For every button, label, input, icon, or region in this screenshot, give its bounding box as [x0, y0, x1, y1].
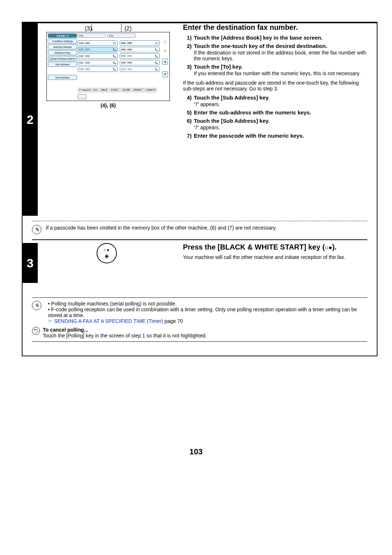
step-3-icon-column: ○● ◈ [38, 243, 176, 263]
diagram-entry: GGG GGG📞 [78, 60, 118, 65]
step-2-title: Enter the destination fax number. [183, 23, 369, 32]
substep-7: 7) Enter the passcode with the numeric k… [183, 133, 369, 139]
diagram-entry: FFF FFF📞 [120, 53, 160, 59]
cancel-polling-row: ⮌ To cancel polling... Touch the [Pollin… [32, 327, 367, 339]
cancel-body: Touch the [Polling] key in the screen of… [43, 333, 207, 339]
step-2-body: (3) (2) 5 [38, 23, 377, 139]
diagram-entry: BBB BBB📇 [120, 40, 160, 46]
substep-3-text: Touch the [To] key. [194, 64, 369, 70]
step-2-number: 2 [23, 23, 38, 216]
pencil-icon [32, 301, 41, 310]
step-3-top-separator [32, 239, 367, 240]
diagram-entries-grid: AAA AAA📇 BBB BBB📇 CCC CCC📞 DDD DDD📞 EEE … [78, 40, 160, 72]
callout-3: (3) [85, 25, 92, 32]
diagram-sort-icon [78, 94, 86, 99]
substep-5-num: 5) [183, 109, 194, 116]
diagram-tab-to: ✉ To [78, 33, 106, 38]
diagram-tab-cc: ✉ Cc [107, 33, 136, 38]
dashed-separator [32, 221, 367, 221]
step-3-title-symbol: ○● [325, 244, 332, 251]
diagram-entry: AAA AAA📇 [78, 40, 118, 46]
diagram-entry-selected: CCC CCC📞 [78, 47, 118, 52]
step-3-number: 3 [23, 243, 38, 283]
diagram-top-callouts: (3) (2) [41, 25, 176, 32]
step-3-row: 3 ○● ◈ Press the [BLACK & WHITE START] k… [23, 243, 377, 283]
diagram-alpha: ABCD [100, 88, 109, 92]
substep-4: 4) Touch the [Sub Address] key. [183, 94, 369, 101]
address-book-screenshot: 5 ▶ ■ ▶ 15 Condition Settings Address Re… [46, 32, 170, 101]
diagram-left-sidebar: 5 ▶ ■ ▶ 15 Condition Settings Address Re… [48, 33, 77, 80]
diagram-btn-address-entry: Address Entry [48, 50, 77, 55]
substep-2-text: Touch the one-touch key of the desired d… [194, 43, 369, 49]
footer-note-1: Polling multiple machines (serial pollin… [48, 301, 367, 307]
diagram-entry: III III📞 [78, 66, 118, 72]
bw-start-diamond: ◈ [105, 252, 109, 259]
pencil-icon [32, 225, 41, 234]
diagram-scroll-up: ▲ [162, 58, 168, 65]
cancel-title: To cancel polling... [43, 327, 207, 333]
diagram-topbar: 5 ▶ ■ ▶ 15 [48, 33, 77, 38]
page-number: 103 [0, 447, 392, 457]
diagram-scroll-down: ▼ [162, 71, 168, 77]
diagram-scroll: 1 2 ▲ ▼ [162, 40, 168, 77]
main-content: 2 (3) (2) [23, 23, 377, 345]
timer-link[interactable]: SENDING A FAX AT A SPECIFIED TIME (Timer… [54, 318, 163, 324]
step-2-passcode-note-row: If a passcode has been omitted in the me… [32, 225, 367, 234]
substep-4-note: "/" appears. [194, 101, 369, 107]
callout-2: (2) [124, 25, 132, 32]
link-prefix-icon: ☞ [48, 318, 53, 324]
substep-2-num: 2) [183, 43, 194, 49]
cancel-icon: ⮌ [32, 327, 40, 335]
substep-3: 3) Touch the [To] key. [183, 64, 369, 70]
diagram-alpha: OPQRST [132, 88, 144, 92]
substep-6-num: 6) [183, 118, 194, 124]
diagram-entry: JJJ JJJ📞 [120, 66, 160, 72]
diagram-alpha: EFGHI [109, 88, 120, 92]
substep-3-num: 3) [183, 64, 194, 70]
substep-7-num: 7) [183, 133, 194, 139]
step-2-instructions: Enter the destination fax number. 1) Tou… [176, 23, 372, 139]
page-frame: 2 (3) (2) [22, 22, 377, 356]
step-3-title-c: ). [332, 243, 336, 251]
diagram-tab-frequent: Frequent Use [78, 88, 99, 92]
step-3-instructions: Press the [BLACK & WHITE START] key (○●)… [176, 243, 372, 263]
bw-start-key-icon: ○● ◈ [97, 243, 117, 263]
diagram-alpha: JKLMN [121, 88, 131, 92]
diagram-entry: EEE EEE📞 [78, 53, 118, 59]
diagram-btn-sub-address: Sub Address [48, 62, 77, 67]
step-3-title: Press the [BLACK & WHITE START] key (○●)… [183, 243, 369, 251]
footer-note-2: F-code polling reception can be used in … [48, 307, 367, 324]
timer-link-page: page 70 [163, 318, 183, 324]
diagram-tabs: ✉ To ✉ Cc [78, 33, 136, 38]
diagram-alpha-tabs: Frequent Use ABCD EFGHI JKLMN OPQRST UVW… [78, 88, 157, 92]
notes-separator-top [32, 297, 367, 298]
diagram-entry: HHH HHH📞 [120, 60, 160, 65]
step-3-title-a: Press the [BLACK & WHITE START] key [183, 243, 320, 251]
step-2-passcode-note: If a passcode has been omitted in the me… [46, 225, 277, 231]
substep-6-text: Touch the [Sub Address] key. [194, 118, 369, 124]
step-3-body: ○● ◈ Press the [BLACK & WHITE START] key… [38, 243, 377, 263]
step-3-note: Your machine will call the other machine… [183, 254, 369, 260]
diagram-btn-sort-address: Sort Address [48, 75, 77, 80]
substep-1-num: 1) [183, 35, 194, 41]
bw-start-dots: ○● [103, 247, 110, 252]
substep-3-note: If you entered the fax number with the n… [194, 70, 369, 76]
step-2-diagram-column: (3) (2) 5 [38, 23, 176, 139]
substep-2: 2) Touch the one-touch key of the desire… [183, 43, 369, 49]
step-2-mid-note: If the sub-address and passcode are stor… [183, 80, 369, 92]
diagram-entry: DDD DDD📞 [120, 47, 160, 52]
substep-7-text: Enter the passcode with the numeric keys… [194, 133, 369, 139]
diagram-page-2: 2 [162, 49, 168, 52]
substep-2-note: If the destination is not stored in the … [194, 50, 369, 61]
diagram-page-1: 1 [162, 40, 168, 43]
substep-5-text: Enter the sub-address with the numeric k… [194, 109, 369, 116]
diagram-alpha: UVWXYZ [145, 88, 157, 92]
step-2-row: 2 (3) (2) [23, 23, 377, 216]
substep-4-text: Touch the [Sub Address] key. [194, 94, 369, 101]
step-3-title-b: ( [322, 243, 325, 251]
footer-notes-block: Polling multiple machines (serial pollin… [32, 297, 367, 345]
substep-6-note: "/" appears. [194, 125, 369, 130]
substep-1-text: Touch the [Address Book] key in the base… [194, 35, 369, 41]
diagram-btn-global-search: Global Address Search [48, 56, 77, 61]
footer-note-bullets: Polling multiple machines (serial pollin… [46, 301, 367, 324]
